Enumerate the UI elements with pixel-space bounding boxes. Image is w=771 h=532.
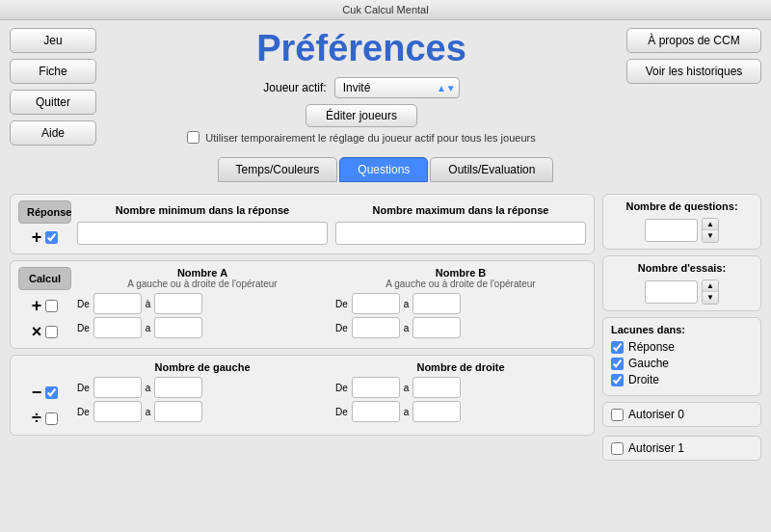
calcul-plus-b-a[interactable]: 100 (412, 293, 461, 314)
autoriser1-label: Autoriser 1 (628, 441, 684, 455)
reponse-max-input[interactable]: 100 (335, 222, 586, 245)
droite-header: Nombre de droite (335, 361, 586, 373)
reponse-label: Réponse (18, 200, 71, 224)
calcul-times-checkbox[interactable] (45, 326, 58, 338)
reponse-min-col: Nombre minimum dans la réponse 1 (77, 204, 328, 245)
reponse-checkbox[interactable] (45, 231, 58, 244)
content-area: Réponse + Nombre minimum dans la réponse… (0, 188, 771, 531)
lacune-gauche-checkbox[interactable] (611, 358, 624, 370)
div-gauche-a[interactable]: 200 (154, 401, 202, 422)
player-row: Joueur actif: Invité ▲▼ (263, 77, 459, 98)
center-section: Préférences Joueur actif: Invité ▲▼ Édit… (106, 28, 617, 144)
player-select[interactable]: Invité (334, 77, 460, 98)
lacune-reponse-row: Réponse (611, 340, 753, 354)
autoriser0-label: Autoriser 0 (628, 408, 684, 421)
reponse-op-symbol: + (32, 227, 42, 248)
calcul-times-a-a[interactable]: 5 (154, 317, 202, 338)
questions-down-button[interactable]: ▼ (703, 230, 718, 242)
player-select-wrapper: Invité ▲▼ (334, 77, 460, 98)
a-g2: a (146, 407, 151, 417)
minus-droite-a[interactable]: 100 (412, 377, 461, 398)
aide-button[interactable]: Aide (10, 120, 96, 146)
questions-up-button[interactable]: ▲ (703, 219, 718, 230)
lacunes-label: Lacunes dans: (611, 324, 753, 335)
div-droite-a[interactable]: 20 (412, 401, 461, 422)
calcul-plus-b-de[interactable]: 2 (352, 293, 400, 314)
de-label-a1: De (77, 299, 90, 309)
side-panel: Nombre de questions: 10 ▲ ▼ Nombre d'ess… (602, 194, 761, 525)
quitter-button[interactable]: Quitter (10, 90, 96, 115)
calcul-plus-a-de[interactable]: 2 (93, 293, 142, 314)
tab-outils-evaluation[interactable]: Outils/Evaluation (430, 157, 553, 182)
questions-input-row: 10 ▲ ▼ (611, 218, 753, 243)
essais-down-button[interactable]: ▼ (703, 292, 718, 304)
minus-gauche-de[interactable]: 10 (93, 377, 142, 398)
lacune-droite-label: Droite (628, 373, 659, 386)
nombre-b-col: Nombre B A gauche ou à droite de l'opéra… (335, 267, 586, 338)
essais-up-button[interactable]: ▲ (703, 280, 718, 292)
jeu-button[interactable]: Jeu (10, 28, 96, 53)
gauche-col: Nombre de gauche De 10 a 100 De 100 a (77, 361, 328, 422)
calcul-box: Calcul + × (10, 260, 595, 349)
calcul-plus-checkbox[interactable] (45, 300, 58, 312)
a-d1: a (404, 383, 410, 393)
essais-box: Nombre d'essais: 2 ▲ ▼ (602, 255, 761, 311)
minus-gauche-a[interactable]: 100 (154, 377, 202, 398)
essais-input[interactable]: 2 (645, 280, 698, 304)
essais-input-row: 2 ▲ ▼ (611, 279, 753, 305)
minus-checkbox[interactable] (45, 386, 58, 399)
tab-temps-couleurs[interactable]: Temps/Couleurs (218, 157, 338, 182)
reponse-min-header: Nombre minimum dans la réponse (77, 204, 328, 216)
essais-label: Nombre d'essais: (611, 262, 753, 274)
div-gauche-de[interactable]: 100 (93, 401, 142, 422)
calcul-plus-symbol: + (32, 296, 42, 316)
de-g1: De (77, 383, 90, 393)
div-droite-de[interactable]: 10 (352, 401, 400, 422)
edit-players-button[interactable]: Éditer joueurs (306, 104, 417, 127)
a-label-a1: à (146, 299, 151, 309)
autoriser0-checkbox[interactable] (611, 409, 624, 421)
main-panel: Réponse + Nombre minimum dans la réponse… (10, 194, 595, 525)
window-title: Cuk Calcul Mental (342, 4, 428, 15)
minus-droite-de[interactable]: 2 (352, 377, 400, 398)
lacune-droite-checkbox[interactable] (611, 374, 624, 386)
div-checkbox[interactable] (45, 412, 58, 425)
temp-settings-checkbox[interactable] (187, 131, 199, 144)
apropos-button[interactable]: À propos de CCM (626, 28, 761, 53)
historiques-button[interactable]: Voir les historiques (626, 59, 761, 84)
nombre-a-col: Nombre A A gauche ou à droite de l'opéra… (77, 267, 328, 338)
calcul-times-b-de[interactable]: 1 (352, 317, 400, 338)
calcul-times-b-a[interactable]: 10 (412, 317, 461, 338)
questions-label: Nombre de questions: (611, 200, 753, 212)
calcul-times-a-de[interactable]: 1 (93, 317, 142, 338)
minus-div-box: − ÷ Nombre de gauche (10, 355, 595, 436)
reponse-max-col: Nombre maximum dans la réponse 100 (335, 204, 586, 245)
calcul-label: Calcul (18, 267, 71, 290)
lacune-gauche-label: Gauche (628, 357, 669, 370)
a-d2: a (404, 407, 410, 417)
reponse-max-header: Nombre maximum dans la réponse (335, 204, 586, 216)
temp-settings-row: Utiliser temporairement le réglage du jo… (187, 131, 535, 144)
div-symbol: ÷ (32, 409, 41, 429)
de-label-a2: De (77, 323, 90, 333)
calcul-plus-a-a[interactable]: 100 (154, 293, 202, 314)
essais-stepper: ▲ ▼ (702, 279, 719, 305)
autoriser0-row: Autoriser 0 (602, 402, 761, 427)
lacune-reponse-label: Réponse (628, 340, 675, 354)
a-label-a2: a (146, 323, 151, 333)
nombre-a-header: Nombre A (77, 267, 328, 279)
reponse-min-input[interactable]: 1 (77, 222, 328, 245)
tab-questions[interactable]: Questions (339, 157, 428, 182)
nombre-b-header: Nombre B (335, 267, 586, 279)
fiche-button[interactable]: Fiche (10, 59, 96, 84)
nombre-a-subheader: A gauche ou à droite de l'opérateur (77, 279, 328, 289)
questions-stepper: ▲ ▼ (702, 218, 719, 243)
de-label-b2: De (335, 323, 348, 333)
questions-input[interactable]: 10 (645, 219, 698, 242)
nombre-b-subheader: A gauche ou à droite de l'opérateur (335, 279, 586, 289)
tabs-row: Temps/Couleurs Questions Outils/Evaluati… (0, 157, 771, 182)
a-g1: a (146, 383, 151, 393)
autoriser1-checkbox[interactable] (611, 442, 624, 455)
lacune-reponse-checkbox[interactable] (611, 341, 624, 354)
de-d1: De (335, 383, 348, 393)
